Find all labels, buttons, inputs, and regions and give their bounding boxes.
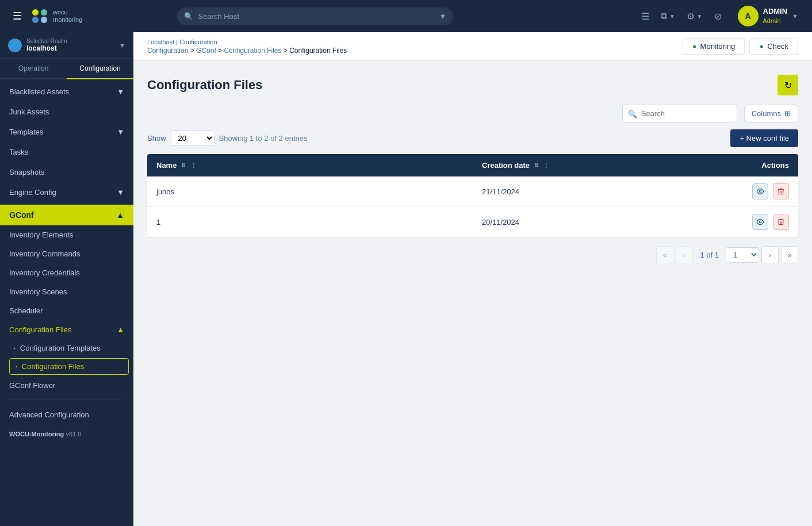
table-cell-actions — [668, 207, 799, 237]
config-files-label: Configuration Files — [9, 325, 71, 334]
delete-button[interactable] — [773, 214, 789, 230]
monitoring-button[interactable]: ● Monitoring — [683, 38, 745, 55]
sidebar-item-inventory-credentials[interactable]: Inventory Credentials — [0, 263, 133, 282]
table-row: junos 21/11/2024 — [147, 176, 798, 207]
name-col-options-icon[interactable]: ⋮ — [190, 162, 197, 169]
sidebar-divider — [9, 400, 124, 400]
sidebar-item-templates[interactable]: Templates ▼ — [0, 122, 133, 142]
logo-dot-3 — [32, 17, 39, 23]
search-chevron-icon: ▼ — [439, 12, 447, 21]
logo-dots — [32, 9, 48, 23]
sidebar-item-templates-label: Templates — [9, 128, 43, 136]
table-header-name[interactable]: Name ⇅ ⋮ — [147, 154, 473, 176]
realm-icon: 🌐 — [8, 39, 22, 52]
page-title: Configuration Files — [147, 78, 262, 93]
date-col-options-icon[interactable]: ⋮ — [543, 162, 549, 169]
entries-count: Showing 1 to 2 of 2 entries — [219, 134, 308, 143]
gconf-label: GConf — [9, 210, 34, 220]
logo-dot-4 — [41, 17, 47, 23]
breadcrumb-config-files[interactable]: Configuration Files — [224, 47, 281, 55]
sidebar-item-configuration-files-label: Configuration Files — [22, 362, 84, 371]
pagination-area: « ‹ 1 of 1 1 › » — [147, 246, 798, 263]
new-conf-file-button[interactable]: + New conf file — [730, 129, 798, 147]
search-bar: 🔍 ▼ — [177, 7, 453, 25]
show-select[interactable]: 20 50 100 — [171, 130, 215, 146]
realm-name: localhost — [26, 44, 114, 52]
sidebar-item-scheduler[interactable]: Scheduler — [0, 301, 133, 320]
sidebar-item-inventory-commands[interactable]: Inventory Commands — [0, 244, 133, 263]
refresh-button[interactable]: ↻ — [777, 75, 798, 95]
sidebar-item-inventory-elements[interactable]: Inventory Elements — [0, 225, 133, 244]
logo-dot-2 — [41, 9, 47, 16]
sidebar-item-junk-assets[interactable]: Junk Assets — [0, 102, 133, 122]
pagination-info: 1 of 1 — [695, 251, 723, 259]
sidebar-item-blacklisted-assets[interactable]: Blacklisted Assets ▼ — [0, 82, 133, 102]
sidebar-item-engine-config-label: Engine Config — [9, 188, 56, 197]
name-sort-icons[interactable]: ⇅ — [181, 163, 186, 168]
realm-selector[interactable]: 🌐 Selected Realm localhost ▼ — [0, 32, 133, 59]
sidebar-item-tasks[interactable]: Tasks — [0, 142, 133, 162]
layers-nav-button[interactable]: ⧉ ▼ — [656, 7, 680, 25]
gconf-header[interactable]: GConf ▲ — [0, 205, 133, 225]
sidebar-section-main: Blacklisted Assets ▼ Junk Assets Templat… — [0, 79, 133, 205]
svg-point-0 — [760, 190, 762, 193]
sidebar-item-inventory-elements-label: Inventory Elements — [9, 231, 73, 239]
columns-button[interactable]: Columns ⊞ — [744, 105, 798, 122]
table-cell-name: 1 — [147, 207, 473, 237]
delete-button[interactable] — [773, 183, 789, 199]
check-icon: ● — [759, 42, 764, 51]
user-name: ADMIN — [763, 7, 788, 17]
view-button[interactable] — [752, 214, 768, 230]
pagination-next-button[interactable]: › — [761, 246, 779, 263]
sidebar-item-scheduler-label: Scheduler — [9, 306, 43, 315]
pagination-page-select[interactable]: 1 — [726, 247, 759, 263]
sidebar-item-inventory-scenes[interactable]: Inventory Scenes — [0, 282, 133, 301]
breadcrumb-config[interactable]: Configuration — [147, 47, 188, 55]
sidebar-item-configuration-templates[interactable]: • Configuration Templates — [5, 339, 133, 357]
sidebar-item-gconf-flower[interactable]: GConf Flower — [0, 376, 133, 395]
table-search-icon: 🔍 — [628, 109, 637, 118]
view-button[interactable] — [752, 183, 768, 199]
page-header: Configuration Files ↻ — [147, 75, 798, 95]
sidebar-item-configuration-files[interactable]: • Configuration Files — [9, 358, 129, 375]
user-chevron-icon: ▼ — [792, 13, 798, 20]
table-cell-creation-date: 20/11/2024 — [473, 207, 668, 237]
tab-operation[interactable]: Operation — [0, 59, 67, 78]
table-header-actions: Actions — [668, 154, 799, 176]
user-role: Admin — [763, 17, 788, 25]
table-search-input[interactable] — [622, 105, 737, 122]
bullet-icon: • — [14, 345, 16, 351]
breadcrumb-configuration-link[interactable]: Configuration — [179, 39, 217, 45]
sidebar-item-gconf-flower-label: GConf Flower — [9, 381, 55, 390]
date-sort-icons[interactable]: ⇅ — [534, 163, 539, 168]
sidebar-item-tasks-label: Tasks — [9, 148, 28, 156]
version-value: v61.0 — [66, 431, 81, 437]
pagination-last-button[interactable]: » — [781, 246, 798, 263]
breadcrumb-gconf[interactable]: GConf — [196, 47, 216, 55]
search-icon: 🔍 — [184, 12, 193, 21]
sidebar-item-snapshots[interactable]: Snapshots — [0, 162, 133, 182]
hamburger-button[interactable]: ☰ — [9, 6, 25, 26]
broadcast-nav-button[interactable]: ⊘ — [710, 7, 726, 25]
pagination-prev-button[interactable]: ‹ — [676, 246, 693, 263]
check-button[interactable]: ● Check — [749, 38, 798, 55]
sidebar-item-advanced-configuration[interactable]: Advanced Configuration — [0, 405, 133, 425]
sidebar-item-engine-config[interactable]: Engine Config ▼ — [0, 182, 133, 202]
logo-dot-1 — [32, 9, 39, 16]
top-navigation: ☰ wocu monitoring 🔍 ▼ ☰ ⧉ ▼ ⚙ ▼ ⊘ A ADMI… — [0, 0, 812, 32]
gear-nav-button[interactable]: ⚙ ▼ — [682, 7, 707, 25]
config-files-header[interactable]: Configuration Files ▲ — [0, 320, 133, 339]
table-header-creation-date[interactable]: Creation date ⇅ ⋮ — [473, 154, 668, 176]
gconf-section: GConf ▲ — [0, 205, 133, 225]
user-info: ADMIN Admin — [763, 7, 788, 25]
breadcrumb: Configuration > GConf > Configuration Fi… — [147, 47, 347, 55]
tab-configuration[interactable]: Configuration — [67, 59, 133, 79]
breadcrumb-bar: Localhost | Configuration Configuration … — [133, 32, 812, 61]
user-area[interactable]: A ADMIN Admin ▼ — [733, 3, 803, 29]
document-nav-button[interactable]: ☰ — [637, 7, 654, 25]
pagination-first-button[interactable]: « — [656, 246, 673, 263]
sidebar-item-inventory-scenes-label: Inventory Scenes — [9, 287, 67, 296]
search-input[interactable] — [177, 7, 453, 25]
svg-point-1 — [760, 221, 762, 223]
breadcrumb-localhost[interactable]: Localhost — [147, 39, 174, 45]
